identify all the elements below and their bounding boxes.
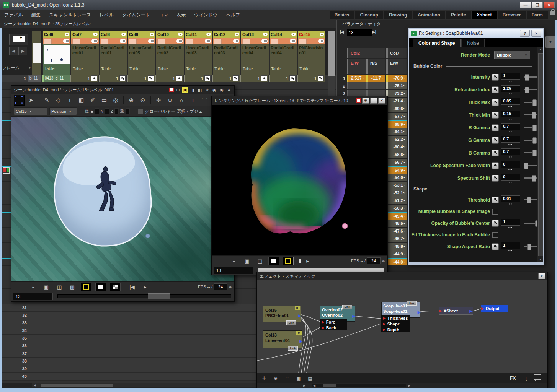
camstand-toggle-icon[interactable]: [176, 39, 183, 43]
menu-item[interactable]: ウィンドウ: [190, 12, 222, 18]
rendered-frame-canvas[interactable]: [212, 105, 387, 255]
histogram-icon[interactable]: ◒: [29, 283, 38, 290]
xsheet-cell[interactable]: b_11: [28, 75, 41, 82]
3d-view-icon[interactable]: ◨: [189, 87, 196, 93]
console-icon[interactable]: ≡: [217, 257, 225, 264]
small-view-icon[interactable]: ▤: [306, 375, 314, 382]
xsheet-column-col10[interactable]: Col10RadialGradient02Table: [155, 31, 184, 75]
field-grid-icon[interactable]: ⊞: [175, 87, 181, 93]
column-name-bar[interactable]: Col11: [185, 31, 212, 38]
column-name-bar[interactable]: Col13: [241, 31, 269, 38]
xsheet-row[interactable]: 33: [0, 319, 256, 327]
frame-number-cell[interactable]: 33: [0, 319, 27, 327]
frame-number-cell[interactable]: 34: [0, 327, 27, 334]
eye-icon[interactable]: [296, 331, 302, 335]
preview-fullscreen-button[interactable]: [81, 283, 91, 291]
slider-thumb[interactable]: [532, 99, 537, 106]
xsheet-key-cell[interactable]: 1: [127, 75, 155, 82]
input-port-shape[interactable]: ▶Shape: [381, 321, 410, 327]
compare-snapshot-icon[interactable]: ◫: [256, 257, 264, 264]
xsheet-key-cell[interactable]: 1: [212, 75, 240, 82]
input-port-fore[interactable]: ▶Fore: [320, 319, 347, 325]
focus-node-icon[interactable]: ⊕: [272, 375, 279, 382]
filter-chip[interactable]: [214, 39, 222, 44]
scroll-down-icon[interactable]: ▼: [537, 257, 543, 262]
camera-view-icon[interactable]: ◧: [197, 87, 203, 93]
compare-icon[interactable]: [356, 98, 361, 103]
input-port-icon[interactable]: ▶: [481, 306, 484, 311]
link-tag[interactable]: Link: [342, 305, 352, 309]
menu-item[interactable]: ファイル: [0, 12, 27, 18]
xsheet-row[interactable]: 38: [0, 358, 256, 365]
frame-slider[interactable]: [57, 294, 231, 298]
input-port-icon[interactable]: ▶: [439, 308, 442, 314]
flipbook-icon[interactable]: ❋: [362, 98, 369, 104]
fps-field[interactable]: 24: [367, 257, 381, 264]
param-cell-col7[interactable]: -64.1~: [386, 128, 407, 135]
slider-thumb[interactable]: [527, 244, 531, 250]
close-icon[interactable]: ✕: [226, 87, 232, 93]
output-port-icon[interactable]: ▶: [298, 313, 301, 318]
xsheet-current-cell[interactable]: 0413_d_11: [42, 75, 70, 82]
onion-skin-marker-icon[interactable]: [3, 167, 10, 174]
xsheet-column-col7[interactable]: Col7LinearGradient01Table: [70, 31, 99, 75]
minimize-icon[interactable]: —: [370, 98, 377, 104]
param-cell-col7[interactable]: -44.9~: [386, 250, 407, 258]
xsheet-column-col13[interactable]: Col13LinearGradient04Table: [240, 31, 269, 75]
xsheet-row[interactable]: 34: [0, 327, 256, 335]
xsheet-column-partial[interactable]: [32, 31, 41, 75]
camstand-view-icon[interactable]: ▣: [182, 87, 188, 93]
room-tab-animation[interactable]: Animation: [413, 11, 445, 19]
schematic-canvas[interactable]: Col15 PNCl~Ino01 ▶ Link Col13 Linea~ent0…: [257, 280, 547, 373]
frame-number-cell[interactable]: 37: [0, 350, 27, 358]
column-name-bar[interactable]: Col14: [270, 31, 297, 38]
filter-chip[interactable]: [101, 39, 108, 44]
xsheet-key-cell[interactable]: 1: [155, 75, 183, 82]
fx-title-bar[interactable]: OT Fx Settings : SoapBubbleIwa01 ? ✕: [409, 29, 543, 38]
param-cell-col7[interactable]: -69.6~: [386, 105, 407, 112]
camstand-toggle-icon[interactable]: [63, 39, 69, 43]
input-port-back[interactable]: ▶Back: [320, 325, 347, 330]
column-dropdown[interactable]: Col15▼: [14, 107, 47, 115]
animate-tool[interactable]: [14, 95, 25, 106]
eye-icon[interactable]: [291, 33, 296, 36]
eye-icon[interactable]: [93, 33, 98, 36]
coord-field[interactable]: [105, 108, 109, 114]
param-cell-col7[interactable]: -73.2~: [386, 90, 407, 97]
help-button[interactable]: ?: [520, 30, 530, 37]
xsheet-row[interactable]: 36: [0, 342, 256, 350]
slider-thumb[interactable]: [532, 125, 537, 131]
frame-number-cell[interactable]: 38: [0, 358, 27, 365]
camstand-toggle-icon[interactable]: [318, 39, 324, 43]
param-cell-col7[interactable]: -71.4~: [386, 98, 407, 105]
slider-thumb[interactable]: [525, 74, 529, 81]
snapshot-icon[interactable]: ▣: [42, 283, 51, 290]
xsheet-key-cell[interactable]: 1: [70, 75, 98, 82]
next-key-button[interactable]: ▶|: [372, 30, 376, 34]
menu-item[interactable]: コマ: [154, 12, 172, 18]
new-window-icon[interactable]: [535, 376, 542, 381]
frame-field[interactable]: 13: [13, 293, 53, 300]
geometric-tool[interactable]: ◇: [53, 95, 63, 105]
close-icon[interactable]: ✕: [378, 98, 385, 104]
camstand-toggle-icon[interactable]: [290, 39, 296, 43]
checkered-bg-icon[interactable]: ▩: [68, 283, 77, 290]
fps-field[interactable]: 24: [214, 283, 227, 290]
render-mode-dropdown[interactable]: Bubble▼: [494, 51, 530, 59]
filter-chip[interactable]: [129, 39, 137, 44]
xsheet-row[interactable]: 39: [0, 365, 256, 373]
camstand-toggle-icon[interactable]: [148, 39, 154, 43]
param-cell-col7[interactable]: -75.1~: [386, 82, 407, 89]
fx-schematic-button[interactable]: FX: [510, 376, 516, 381]
link-tag[interactable]: Link: [286, 320, 296, 325]
new-frame-button[interactable]: [9, 34, 28, 45]
white-bg-button[interactable]: [95, 283, 106, 291]
param-cell-col7[interactable]: -46.7~: [386, 235, 407, 242]
flipbook-title-bar[interactable]: レンダリングされたフレーム:: 13 から 13 まで::ステップ 1::ズーム…: [212, 96, 387, 105]
play-icon[interactable]: ▸: [304, 257, 312, 264]
param-cell-ns[interactable]: [366, 82, 385, 89]
histogram-icon[interactable]: ◒: [230, 257, 238, 264]
column-name-bar[interactable]: Col10: [156, 31, 184, 38]
param-cell-col7[interactable]: -45.8~: [386, 243, 407, 250]
scroll-left-icon[interactable]: ◀: [34, 384, 36, 387]
